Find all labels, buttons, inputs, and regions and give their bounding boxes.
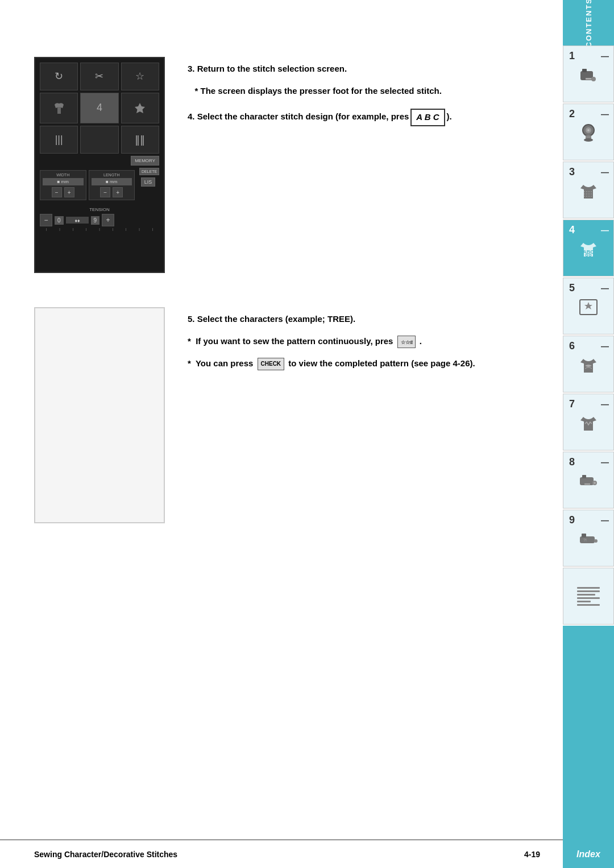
length-minus[interactable]: −: [100, 187, 110, 197]
svg-rect-28: [582, 534, 586, 538]
sidebar-tab-3[interactable]: 3 —: [563, 162, 614, 218]
svg-rect-9: [586, 78, 591, 80]
tension-scale: |||||||||: [40, 228, 159, 231]
repeat-button[interactable]: ☆☆☆ ☆: [397, 336, 416, 348]
svg-rect-0: [57, 107, 61, 114]
tab-3-dash: —: [601, 168, 609, 177]
tab-7-icon: [578, 412, 599, 438]
width-plus[interactable]: +: [64, 187, 74, 197]
tab-9-dash: —: [601, 516, 609, 525]
sidebar-tab-7[interactable]: 7 —: [563, 394, 614, 450]
sub2-text-pre: You can press: [196, 358, 253, 368]
svg-rect-7: [582, 69, 587, 72]
svg-point-25: [594, 482, 596, 484]
tab-7-dash: —: [601, 400, 609, 409]
sidebar-tab-5[interactable]: 5 —: [563, 278, 614, 334]
tension-display: ♦♦: [66, 214, 89, 226]
tab-1-number: 1: [569, 51, 575, 61]
tab-8-icon: [578, 470, 599, 496]
tension-value: 0: [55, 216, 64, 225]
sidebar-index-label: Index: [576, 849, 600, 859]
sidebar-tab-6[interactable]: 6 —: [563, 336, 614, 392]
bottom-section: 5. Select the characters (example; TREE)…: [34, 307, 540, 523]
doc-lines: [577, 587, 600, 606]
svg-point-14: [584, 138, 593, 142]
step-3-sub: * The screen displays the presser foot f…: [188, 85, 540, 98]
step-3-text: Return to the stitch selection screen.: [197, 64, 347, 73]
tab-1-icon: [578, 64, 599, 90]
cell-2: ✂: [80, 63, 118, 90]
check-button[interactable]: CHECK: [258, 358, 285, 370]
tab-2-icon: [578, 122, 599, 148]
sub2-bullet: *: [188, 358, 191, 368]
step-4-number: 4.: [188, 111, 195, 121]
sub2-page-ref: 4-26).: [453, 358, 475, 368]
tab-9-icon: ?!: [578, 528, 599, 554]
tab-5-dash: —: [601, 284, 609, 293]
step-4-text-post: ).: [447, 111, 452, 121]
sidebar-tab-1[interactable]: 1 —: [563, 46, 614, 102]
tab-6-icon: [578, 354, 599, 380]
footer-page: 4-19: [524, 850, 540, 859]
tension-plus[interactable]: +: [102, 214, 114, 226]
cell-8: [80, 126, 118, 154]
step-5: 5. Select the characters (example; TREE)…: [188, 313, 540, 326]
tab-6-number: 6: [569, 341, 575, 351]
width-minus[interactable]: −: [52, 187, 62, 197]
svg-point-8: [591, 77, 596, 81]
machine-screen-top: ↻ ✂ ☆ 4 ||| ‖‖ MEMORY W: [34, 57, 165, 273]
step-3-number: 3.: [188, 64, 195, 73]
sub-step-2: * You can press CHECK to view the comple…: [188, 357, 540, 370]
sidebar-doc[interactable]: [563, 568, 614, 625]
tab-4-number: 4: [569, 225, 575, 235]
step-3: 3. Return to the stitch selection screen…: [188, 63, 540, 76]
machine-screen-bottom: [34, 307, 165, 523]
delete-button[interactable]: DELETE: [139, 168, 159, 175]
svg-rect-26: [584, 483, 590, 485]
abc-button[interactable]: A B C: [410, 109, 445, 126]
main-content: ↻ ✂ ☆ 4 ||| ‖‖ MEMORY W: [0, 0, 563, 868]
sidebar-tab-4[interactable]: 4 — ABC ✿✿: [563, 220, 614, 276]
instructions-top: 3. Return to the stitch selection screen…: [188, 57, 540, 273]
svg-text:✿✿: ✿✿: [585, 253, 592, 257]
top-section: ↻ ✂ ☆ 4 ||| ‖‖ MEMORY W: [34, 57, 540, 273]
svg-text:♦♦: ♦♦: [74, 218, 80, 224]
sub1-text-post: .: [420, 336, 422, 346]
cell-3: ☆: [121, 63, 159, 90]
cell-1: ↻: [40, 63, 78, 90]
width-value: ■ mm: [43, 178, 84, 185]
step-3-sub-bullet: *: [195, 86, 198, 96]
tab-3-number: 3: [569, 167, 575, 177]
tension-minus[interactable]: −: [40, 214, 52, 226]
sidebar-contents-label: CONTENTS: [584, 0, 593, 46]
svg-marker-1: [135, 103, 145, 113]
step-4-text-pre: Select the character stitch design (for …: [197, 111, 409, 121]
sub2-text-mid: to view the completed pattern (see page: [288, 358, 450, 368]
sidebar-tab-2[interactable]: 2 —: [563, 104, 614, 160]
tab-9-number: 9: [569, 515, 575, 525]
lis-button[interactable]: LIS: [141, 177, 156, 187]
sub1-bullet: *: [188, 336, 191, 346]
sub1-text-pre: If you want to sew the pattern continuou…: [196, 336, 393, 346]
cell-7: |||: [40, 126, 78, 154]
tab-8-number: 8: [569, 457, 575, 467]
width-length-section: WIDTH ■ mm − + LENGTH ■ mm − +: [40, 170, 135, 200]
tension-max: 9: [91, 216, 100, 225]
svg-text:?!: ?!: [583, 538, 587, 542]
sub-step-1: * If you want to sew the pattern continu…: [188, 335, 540, 348]
tab-2-number: 2: [569, 109, 575, 119]
length-block: LENGTH ■ mm − +: [89, 170, 135, 200]
sidebar-tab-8[interactable]: 8 —: [563, 452, 614, 509]
tab-5-number: 5: [569, 283, 575, 293]
sidebar-tab-9[interactable]: 9 — ?!: [563, 510, 614, 567]
svg-marker-21: [584, 302, 592, 309]
footer-title: Sewing Character/Decorative Stitches: [34, 850, 177, 859]
sidebar-index[interactable]: Index: [563, 626, 614, 868]
tab-5-icon: [578, 296, 599, 322]
tab-1-dash: —: [601, 52, 609, 61]
sidebar-contents[interactable]: CONTENTS: [563, 0, 614, 46]
length-value: ■ mm: [92, 178, 132, 185]
memory-button[interactable]: MEMORY: [131, 156, 159, 166]
length-plus[interactable]: +: [113, 187, 123, 197]
screen-grid: ↻ ✂ ☆ 4 ||| ‖‖: [40, 63, 159, 154]
